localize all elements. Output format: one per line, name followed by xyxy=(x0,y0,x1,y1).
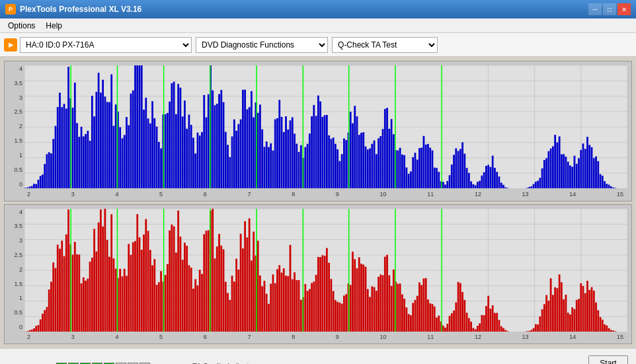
top-chart-canvas xyxy=(24,65,627,188)
start-button[interactable]: Start xyxy=(588,355,628,365)
action-section: Start i xyxy=(588,355,628,365)
drive-icon: ▶ xyxy=(4,38,17,52)
top-chart-y-axis: 4 3.5 3 2.5 2 1.5 1 0.5 0 xyxy=(5,65,24,188)
function-select[interactable]: DVD Diagnostic Functions xyxy=(196,37,328,53)
bottom-chart-x-axis: 2 3 4 5 6 7 8 9 10 11 12 13 14 15 xyxy=(24,330,626,344)
bottom-panel: Jitter: 3 Peak Shift: xyxy=(0,348,636,364)
app-icon: P xyxy=(5,4,16,15)
main-area: 4 3.5 3 2.5 2 1.5 1 0.5 0 2 3 4 5 6 7 8 … xyxy=(0,57,636,348)
title-bar: P PlexTools Professional XL V3.16 ─ □ ✕ xyxy=(0,0,636,18)
minimize-button[interactable]: ─ xyxy=(588,3,602,15)
bottom-chart-canvas xyxy=(24,209,627,332)
drive-selector-group: ▶ HA:0 ID:0 PX-716A xyxy=(4,37,192,53)
menu-help[interactable]: Help xyxy=(40,20,67,32)
bottom-chart-y-axis: 4 3.5 3 2.5 2 1.5 1 0.5 0 xyxy=(5,209,24,331)
top-chart-x-axis: 2 3 4 5 6 7 8 9 10 11 12 13 14 15 xyxy=(24,188,626,201)
window-title: PlexTools Professional XL V3.16 xyxy=(20,5,588,14)
toolbar: ▶ HA:0 ID:0 PX-716A DVD Diagnostic Funct… xyxy=(0,33,636,57)
menu-options[interactable]: Options xyxy=(3,20,40,32)
top-chart-container: 4 3.5 3 2.5 2 1.5 1 0.5 0 2 3 4 5 6 7 8 … xyxy=(4,61,632,201)
menu-bar: Options Help xyxy=(0,18,636,33)
ta-quality-label: TA Quality Indicator: xyxy=(192,362,257,365)
test-select[interactable]: Q-Check TA Test xyxy=(332,37,438,53)
maximize-button[interactable]: □ xyxy=(603,3,616,15)
bottom-chart-container: 4 3.5 3 2.5 2 1.5 1 0.5 0 2 3 4 5 6 7 8 … xyxy=(4,204,632,345)
ta-quality-section: TA Quality Indicator: Good xyxy=(192,362,257,365)
drive-select[interactable]: HA:0 ID:0 PX-716A xyxy=(20,37,192,53)
close-button[interactable]: ✕ xyxy=(617,3,631,15)
window-controls: ─ □ ✕ xyxy=(588,3,631,15)
